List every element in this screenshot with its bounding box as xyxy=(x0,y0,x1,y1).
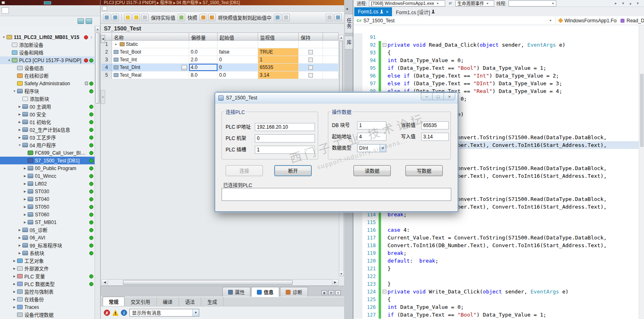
expander-icon[interactable]: ▶ xyxy=(23,198,27,201)
expander-icon[interactable]: ▶ xyxy=(23,167,27,170)
code-line-91[interactable]: 91 xyxy=(353,33,644,41)
upload-icon[interactable] xyxy=(282,14,290,21)
detail-button[interactable] xyxy=(181,65,187,70)
code-line-126[interactable]: 126 int Data_Type_Value = 0; xyxy=(353,303,644,311)
slot-field[interactable] xyxy=(255,146,315,154)
close-button[interactable]: × xyxy=(444,93,455,100)
info-icon[interactable]: i xyxy=(121,310,127,316)
message-tab-3[interactable]: 语法 xyxy=(179,297,201,306)
expand-members-icon[interactable] xyxy=(103,14,110,21)
error-icon[interactable]: ✗ xyxy=(104,310,110,316)
message-tab-4[interactable]: 生成 xyxy=(201,297,224,306)
process-dropdown[interactable]: [7068] WindowsFormsApp1.exe ▼ xyxy=(369,0,445,6)
expander-icon[interactable]: ▶ xyxy=(12,282,17,286)
more-tools-icon[interactable] xyxy=(334,14,342,21)
data-view-icon[interactable] xyxy=(78,18,84,24)
retain-checkbox[interactable] xyxy=(308,58,313,62)
breakpoint-margin[interactable] xyxy=(353,226,362,234)
monitor-value-cell[interactable]: 65535 xyxy=(258,64,299,71)
breakpoint-margin[interactable] xyxy=(353,64,362,72)
breakpoint-margin[interactable] xyxy=(353,72,362,80)
snapshot-icon[interactable] xyxy=(178,14,185,21)
code-line-118[interactable]: 118 Convert.ToInt16(DB_Number.Text), Con… xyxy=(353,241,644,249)
breakpoint-margin[interactable] xyxy=(353,249,362,257)
tree-item-30[interactable]: ▶外部源文件 xyxy=(0,265,100,272)
expander-icon[interactable]: ▶ xyxy=(17,121,22,124)
table-row-Test_DInt[interactable]: 4Test_DInt4.0065535 xyxy=(101,64,338,71)
code-line-116[interactable]: 116 case 4: xyxy=(353,226,644,234)
name-cell[interactable]: Test_Real xyxy=(112,71,189,79)
tree-item-22[interactable]: ▶ST050 xyxy=(0,203,100,211)
code-line-117[interactable]: 117 Current_Value.Text = Convert.ToStrin… xyxy=(353,234,644,241)
table-row-Test_Int[interactable]: 3Test_Int2.001 xyxy=(101,56,338,64)
tree-item-9[interactable]: ▶00 主调用 xyxy=(0,103,100,110)
breakpoint-margin[interactable] xyxy=(353,257,362,265)
ip-field[interactable] xyxy=(255,123,315,131)
tree-item-24[interactable]: ▶ST_MB01 xyxy=(0,218,100,226)
tree-scrollbar[interactable]: ▲ xyxy=(95,26,100,319)
side-tab-library[interactable]: 库 xyxy=(345,36,353,50)
monitor-all-icon[interactable] xyxy=(141,14,149,21)
breakpoint-margin[interactable] xyxy=(353,295,362,303)
tree-item-6[interactable]: Safety Administration xyxy=(0,80,100,87)
collapse-icon[interactable]: − xyxy=(383,290,386,293)
write-value-field[interactable] xyxy=(421,133,449,141)
tab-form1-designer[interactable]: Form1.cs [设计] xyxy=(392,7,439,16)
minimize-button[interactable]: − xyxy=(421,93,433,100)
breakpoint-margin[interactable] xyxy=(353,303,362,311)
tree-item-1[interactable]: 添加新设备 xyxy=(0,41,100,49)
copy-snapshot-to-start-label[interactable]: 将快照值复制到起始值中 xyxy=(218,14,271,21)
name-cell[interactable]: Test_Bool xyxy=(112,48,189,56)
disconnect-button[interactable]: 断开 xyxy=(274,165,312,176)
message-tab-2[interactable]: 编译 xyxy=(157,297,179,306)
hscroll-thumb[interactable] xyxy=(123,280,293,285)
tree-item-27[interactable]: ▶99_标准程序块 xyxy=(0,241,100,249)
sidebar-collapse-icon[interactable]: ◀ xyxy=(346,7,348,11)
breadcrumb[interactable]: PLC3 [CPU 1517F-3 PN/DP] ▸ 程序块 ▸ 04 用户程序… xyxy=(101,0,344,5)
collapse-members-icon[interactable] xyxy=(112,14,119,21)
offset-cell[interactable]: 0.0 xyxy=(189,48,218,56)
expander-icon[interactable]: ▶ xyxy=(12,290,17,293)
write-data-button[interactable]: 写数据 xyxy=(405,165,443,176)
breakpoint-margin[interactable] xyxy=(353,218,362,226)
dock-window-icon[interactable]: ▤ xyxy=(328,290,334,295)
read-data-button[interactable]: 读数据 xyxy=(353,165,391,176)
name-cell[interactable]: Test_DInt xyxy=(112,64,189,71)
tree-item-8[interactable]: 添加新块 xyxy=(0,95,100,103)
db-number-field[interactable] xyxy=(357,121,386,129)
thread-dropdown[interactable]: ▼ xyxy=(508,0,556,6)
expander-icon[interactable]: ▶ xyxy=(17,236,22,239)
breakpoint-margin[interactable] xyxy=(353,80,362,87)
code-line-93[interactable]: 93 { xyxy=(353,49,644,56)
copy-start-icon[interactable] xyxy=(208,14,215,21)
tree-item-14[interactable]: ▼04 用户程序 xyxy=(0,141,100,149)
table-row-Static[interactable]: 1▼Static xyxy=(101,41,338,48)
tree-item-29[interactable]: ▶工艺对象 xyxy=(0,257,100,265)
maximize-button[interactable]: □ xyxy=(432,93,444,100)
modify-now-icon[interactable] xyxy=(133,14,140,21)
code-scroll-thumb[interactable] xyxy=(640,74,644,147)
code-line-121[interactable]: 121 } xyxy=(353,265,644,272)
breakpoint-margin[interactable] xyxy=(353,311,362,319)
breakpoint-margin[interactable] xyxy=(353,33,362,41)
expander-icon[interactable]: ▶ xyxy=(12,267,17,270)
retain-checkbox[interactable] xyxy=(308,50,313,54)
expander-icon[interactable]: ▼ xyxy=(2,36,6,39)
tree-item-31[interactable]: ▶PLC 变量 xyxy=(0,272,100,280)
offset-cell[interactable]: 4.0 xyxy=(189,64,218,71)
message-filter-dropdown[interactable]: 显示所有消息 ▼ xyxy=(129,309,199,317)
tree-item-25[interactable]: ▶05_诊断 xyxy=(0,226,100,234)
data-type-dropdown[interactable]: DInt ▼ xyxy=(357,144,386,152)
expander-icon[interactable]: ▶ xyxy=(17,105,22,108)
expander-icon[interactable]: ▶ xyxy=(23,190,27,193)
expander-icon[interactable]: ▶ xyxy=(23,175,27,178)
code-line-94[interactable]: 94 int Data_Type_Value = 0; xyxy=(353,56,644,64)
message-tab-0[interactable]: 常规 xyxy=(103,297,125,307)
editor-tab-icon[interactable] xyxy=(102,6,107,11)
tree-item-34[interactable]: ▶在线备份 xyxy=(0,295,100,303)
tree-item-11[interactable]: ▶01 初始化 xyxy=(0,118,100,126)
rack-field[interactable] xyxy=(255,134,315,142)
code-line-120[interactable]: 120 default: break; xyxy=(353,257,644,265)
tree-item-23[interactable]: ▶ST060 xyxy=(0,211,100,218)
tree-item-20[interactable]: ▶ST030 xyxy=(0,188,100,195)
